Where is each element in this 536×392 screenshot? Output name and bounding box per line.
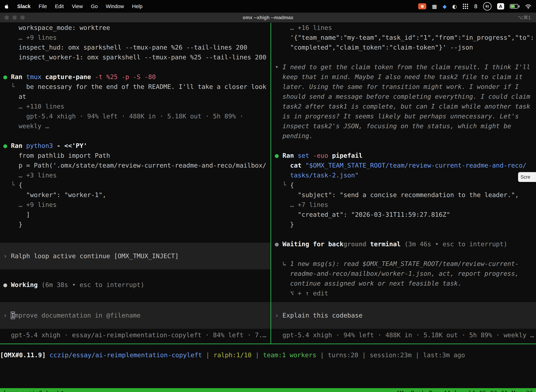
- omx-session-statusbar: [OMX#0.11.9] cczip/essay/ai-reimplementa…: [0, 344, 536, 388]
- terminal-line: '{"team_name":"my-team","task_id":"1","f…: [271, 33, 536, 42]
- text-segment: |: [202, 351, 214, 359]
- menubar-menus: Slack FileEditViewGoWindowHelp: [5, 4, 143, 9]
- terminal-line: is in progress? It seems likely but perh…: [271, 111, 536, 121]
- window-controls: [5, 15, 25, 20]
- text-segment: pipefail: [332, 152, 362, 159]
- text-segment: set: [298, 152, 313, 159]
- contrast-app-icon[interactable]: ◐: [452, 3, 457, 9]
- terminal-line: └ {: [271, 180, 536, 190]
- grid-app-icon[interactable]: ▦: [432, 3, 437, 9]
- input-source-icon[interactable]: A: [497, 3, 504, 9]
- screen-recording-indicator[interactable]: [418, 3, 426, 9]
- spark-app-icon[interactable]: ◆: [443, 3, 447, 9]
- text-segment: -t %25 -p -S -80: [95, 73, 156, 80]
- prompt-suggestion[interactable]: › Explain this codebase: [271, 302, 536, 329]
- text-segment: turns:20: [328, 351, 358, 359]
- text-segment: keep that in mind. Maybe I also need the…: [275, 73, 523, 80]
- terminal-line: "created_at": "2026-03-31T11:59:27.816Z": [271, 210, 536, 219]
- text-segment: from pathlib import Path: [3, 152, 110, 159]
- text-segment: … +7 lines: [275, 201, 328, 208]
- terminal-line: ● Working (6m 38s • esc to interrupt): [0, 280, 270, 290]
- figure-app-icon[interactable]: 8: [474, 3, 478, 9]
- terminal-line: cat "$OMX_TEAM_STATE_ROOT/team/review-cu…: [271, 160, 536, 170]
- battery-icon[interactable]: [510, 4, 519, 9]
- left-terminal-pane[interactable]: workspace_mode: worktree … +9 lines insp…: [0, 23, 270, 344]
- terminal-line: ● Waiting for background terminal (3m 46…: [271, 239, 536, 249]
- text-segment: "created_at": "2026-03-31T11:59:27.816Z": [275, 211, 450, 218]
- blank-line: [271, 141, 536, 151]
- text-segment: last:3m ago: [423, 351, 465, 359]
- menu-item-go[interactable]: Go: [91, 4, 98, 9]
- text-segment: •: [275, 63, 282, 71]
- text-segment: gpt-5.4 xhigh · 94% left · 488K in · 5.1…: [275, 331, 534, 339]
- menu-item-edit[interactable]: Edit: [55, 4, 64, 9]
- text-segment: ralph:1/10: [214, 351, 252, 359]
- text-segment: weekly …: [3, 122, 49, 130]
- close-button[interactable]: [5, 15, 9, 20]
- text-segment: Ran: [11, 142, 26, 149]
- terminal-line: … +3 lines: [0, 170, 270, 180]
- tmux-panes: workspace_mode: worktree … +9 lines insp…: [0, 23, 536, 344]
- active-app-menu[interactable]: Slack: [17, 4, 31, 9]
- text-segment: terminal: [366, 240, 404, 248]
- text-segment: Working: [11, 281, 41, 288]
- text-segment: Waiting for back: [282, 240, 344, 248]
- terminal-line: inspect_worker-1: omx sparkshell --tmux-…: [0, 52, 270, 62]
- text-segment: at: [3, 93, 26, 100]
- text-segment: … +16 lines: [275, 24, 332, 31]
- terminal-line: task2 after task1 is complete, but can I…: [271, 102, 536, 111]
- battery-gauge-icon[interactable]: 61: [483, 2, 492, 10]
- text-segment: capture-pane: [45, 73, 95, 80]
- text-segment: ●: [275, 152, 282, 159]
- terminal-line: ● Ran tmux capture-pane -t %25 -p -S -80: [0, 72, 270, 82]
- text-segment: |: [316, 351, 328, 359]
- terminal-line: "completed","claim_token":"claim-token"}…: [271, 42, 536, 52]
- terminal-line: tasks/task-2.json": [271, 170, 536, 180]
- text-segment: └: [3, 182, 19, 189]
- menu-item-view[interactable]: View: [72, 4, 83, 9]
- terminal-line: ● Ran set -euo pipefail: [271, 151, 536, 160]
- apple-menu-icon[interactable]: [5, 4, 9, 9]
- zoom-button[interactable]: [20, 15, 25, 20]
- text-segment: continue assigned work or next feasible …: [275, 280, 462, 287]
- text-segment: gpt-5.4 xhigh · essay/ai-reimplementatio…: [3, 331, 266, 339]
- terminal-line: inspect_hud: omx sparkshell --tmux-pane …: [0, 42, 270, 52]
- terminal-line: inspect task2's JSON, focusing on the st…: [271, 121, 536, 131]
- prompt-suggestion[interactable]: › Improve documentation in @filename: [0, 302, 270, 329]
- text-segment: workspace_mode: worktree: [3, 24, 110, 31]
- terminal-line: [OMX#0.11.9] cczip/essay/ai-reimplementa…: [0, 350, 536, 360]
- terminal-line: readme-and-reco/mailbox/worker-1.json, a…: [271, 269, 536, 279]
- minimize-button[interactable]: [13, 15, 17, 20]
- terminal-line: keep that in mind. Maybe I also need the…: [271, 72, 536, 82]
- terminal-line: later. Using the same for transition mig…: [271, 82, 536, 92]
- dots-grid-icon[interactable]: [463, 3, 469, 9]
- menu-item-help[interactable]: Help: [132, 4, 143, 9]
- text-segment: ●: [3, 142, 11, 149]
- menu-item-file[interactable]: File: [39, 4, 47, 9]
- text-segment: ›: [3, 312, 11, 319]
- text-segment: readme-and-reco/mailbox/worker-1.json, a…: [275, 270, 519, 277]
- text-segment: session:23m: [370, 351, 412, 359]
- text-segment: later. Using the same for transition mig…: [275, 83, 519, 90]
- text-segment: Ralph loop active continue [OMX_TMUX_INJ…: [11, 252, 179, 260]
- right-terminal-pane[interactable]: … +16 lines '{"team_name":"my-team","tas…: [270, 23, 536, 344]
- prompt-suggestion[interactable]: › Ralph loop active continue [OMX_TMUX_I…: [0, 243, 270, 269]
- text-segment: "worker": "worker-1",: [3, 191, 106, 198]
- text-segment: I: [11, 312, 15, 319]
- wifi-icon[interactable]: [525, 4, 531, 9]
- text-segment: p = Path('.omx/state/team/review-current…: [3, 162, 266, 169]
- terminal-line: }: [0, 219, 270, 229]
- terminal-line: pending.: [271, 131, 536, 141]
- terminal-line: should send a message before completing …: [271, 92, 536, 102]
- terminal-line: ⌥ + ↑ edit: [271, 288, 536, 298]
- text-segment: '{"team_name":"my-team","task_id":"1","f…: [275, 34, 534, 41]
- text-segment: ●: [3, 281, 11, 288]
- text-segment: mprove documentation in @filename: [15, 312, 140, 319]
- blank-line: [0, 131, 270, 141]
- terminal-line: continue assigned work or next feasible …: [271, 279, 536, 288]
- window-title: omx --xhigh --madmax: [243, 15, 293, 20]
- menu-item-window[interactable]: Window: [106, 4, 124, 9]
- terminal-line: … +7 lines: [271, 200, 536, 210]
- text-segment: python3: [26, 142, 57, 149]
- text-segment: task2 after task1 is complete, but can I…: [275, 103, 530, 110]
